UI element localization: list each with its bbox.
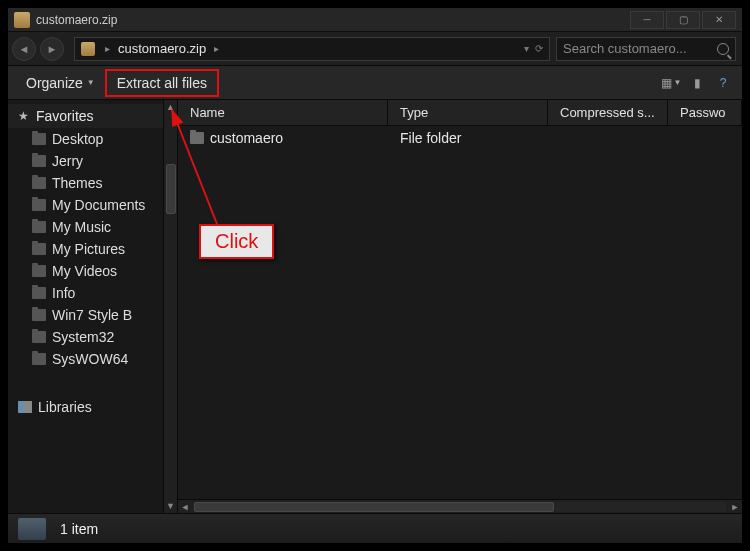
file-name: customaero — [210, 130, 283, 146]
sidebar-item-win7-style-b[interactable]: Win7 Style B — [8, 304, 163, 326]
sidebar-item-syswow64[interactable]: SysWOW64 — [8, 348, 163, 370]
sidebar-item-my-videos[interactable]: My Videos — [8, 260, 163, 282]
extract-label: Extract all files — [117, 75, 207, 91]
navigation-pane: ★ Favorites Desktop Jerry Themes My Docu… — [8, 100, 178, 513]
column-header-name[interactable]: Name — [178, 100, 388, 125]
folder-icon — [32, 331, 46, 343]
help-button[interactable]: ? — [712, 72, 734, 94]
sidebar-item-label: System32 — [52, 329, 114, 345]
favorites-label: Favorites — [36, 108, 94, 124]
back-button[interactable]: ◄ — [12, 37, 36, 61]
libraries-header[interactable]: Libraries — [8, 396, 163, 418]
extract-all-files-button[interactable]: Extract all files — [105, 69, 219, 97]
sidebar-item-system32[interactable]: System32 — [8, 326, 163, 348]
folder-icon — [32, 155, 46, 167]
minimize-button[interactable]: ─ — [630, 11, 664, 29]
scroll-right-arrow[interactable]: ► — [728, 502, 742, 512]
maximize-button[interactable]: ▢ — [666, 11, 700, 29]
folder-icon — [32, 221, 46, 233]
sidebar-item-label: Info — [52, 285, 75, 301]
sidebar-item-label: My Documents — [52, 197, 145, 213]
sidebar-item-themes[interactable]: Themes — [8, 172, 163, 194]
sidebar-item-label: My Music — [52, 219, 111, 235]
sidebar-item-label: Jerry — [52, 153, 83, 169]
chevron-right-icon: ▸ — [101, 43, 114, 54]
chevron-down-icon[interactable]: ▾ — [524, 43, 529, 54]
column-header-type[interactable]: Type — [388, 100, 548, 125]
sidebar-item-my-music[interactable]: My Music — [8, 216, 163, 238]
organize-button[interactable]: Organize ▼ — [16, 71, 105, 95]
folder-icon — [32, 243, 46, 255]
chevron-right-icon: ▸ — [210, 43, 223, 54]
folder-icon — [32, 177, 46, 189]
scroll-up-arrow[interactable]: ▲ — [164, 100, 177, 114]
sidebar-scrollbar[interactable]: ▲ ▼ — [163, 100, 177, 513]
annotation-click-label: Click — [199, 224, 274, 259]
folder-icon — [32, 265, 46, 277]
explorer-window: customaero.zip ─ ▢ ✕ ◄ ► ▸ customaero.zi… — [8, 8, 742, 543]
organize-label: Organize — [26, 75, 83, 91]
address-bar[interactable]: ▸ customaero.zip ▸ ▾ ⟳ — [74, 37, 550, 61]
sidebar-item-label: SysWOW64 — [52, 351, 128, 367]
view-options-button[interactable]: ▦▼ — [660, 72, 682, 94]
sidebar-item-label: Win7 Style B — [52, 307, 132, 323]
sidebar-item-my-documents[interactable]: My Documents — [8, 194, 163, 216]
folder-icon — [32, 133, 46, 145]
item-icon — [18, 518, 46, 540]
preview-pane-button[interactable]: ▮ — [686, 72, 708, 94]
folder-icon — [32, 353, 46, 365]
titlebar: customaero.zip ─ ▢ ✕ — [8, 8, 742, 32]
scrollbar-thumb[interactable] — [194, 502, 554, 512]
sidebar-item-my-pictures[interactable]: My Pictures — [8, 238, 163, 260]
column-headers: Name Type Compressed s... Passwo — [178, 100, 742, 126]
file-row[interactable]: customaero File folder — [178, 126, 742, 150]
sidebar-item-desktop[interactable]: Desktop — [8, 128, 163, 150]
file-list-pane: Name Type Compressed s... Passwo customa… — [178, 100, 742, 513]
horizontal-scrollbar[interactable]: ◄ ► — [178, 499, 742, 513]
file-type: File folder — [400, 130, 461, 146]
library-icon — [18, 401, 32, 413]
search-input[interactable]: Search customaero... — [556, 37, 736, 61]
refresh-icon[interactable]: ⟳ — [535, 43, 543, 54]
zip-file-icon — [81, 42, 95, 56]
sidebar-item-jerry[interactable]: Jerry — [8, 150, 163, 172]
sidebar-item-info[interactable]: Info — [8, 282, 163, 304]
libraries-label: Libraries — [38, 399, 92, 415]
scroll-down-arrow[interactable]: ▼ — [164, 499, 177, 513]
folder-icon — [190, 132, 204, 144]
sidebar-item-label: Desktop — [52, 131, 103, 147]
navigation-bar: ◄ ► ▸ customaero.zip ▸ ▾ ⟳ Search custom… — [8, 32, 742, 66]
chevron-down-icon: ▼ — [87, 78, 95, 87]
favorites-header[interactable]: ★ Favorites — [8, 104, 163, 128]
search-placeholder: Search customaero... — [563, 41, 713, 56]
column-header-password[interactable]: Passwo — [668, 100, 742, 125]
folder-icon — [32, 287, 46, 299]
status-bar: 1 item — [8, 513, 742, 543]
sidebar-item-label: My Pictures — [52, 241, 125, 257]
sidebar-item-label: Themes — [52, 175, 103, 191]
scroll-left-arrow[interactable]: ◄ — [178, 502, 192, 512]
star-icon: ★ — [16, 109, 30, 123]
sidebar-item-label: My Videos — [52, 263, 117, 279]
file-list[interactable]: customaero File folder — [178, 126, 742, 499]
close-button[interactable]: ✕ — [702, 11, 736, 29]
search-icon — [717, 43, 729, 55]
command-bar: Organize ▼ Extract all files ▦▼ ▮ ? — [8, 66, 742, 100]
folder-icon — [32, 309, 46, 321]
forward-button[interactable]: ► — [40, 37, 64, 61]
scrollbar-thumb[interactable] — [166, 164, 176, 214]
breadcrumb-item[interactable]: customaero.zip — [114, 41, 210, 56]
window-title: customaero.zip — [36, 13, 630, 27]
status-text: 1 item — [60, 521, 98, 537]
zip-file-icon — [14, 12, 30, 28]
column-header-compressed-size[interactable]: Compressed s... — [548, 100, 668, 125]
folder-icon — [32, 199, 46, 211]
